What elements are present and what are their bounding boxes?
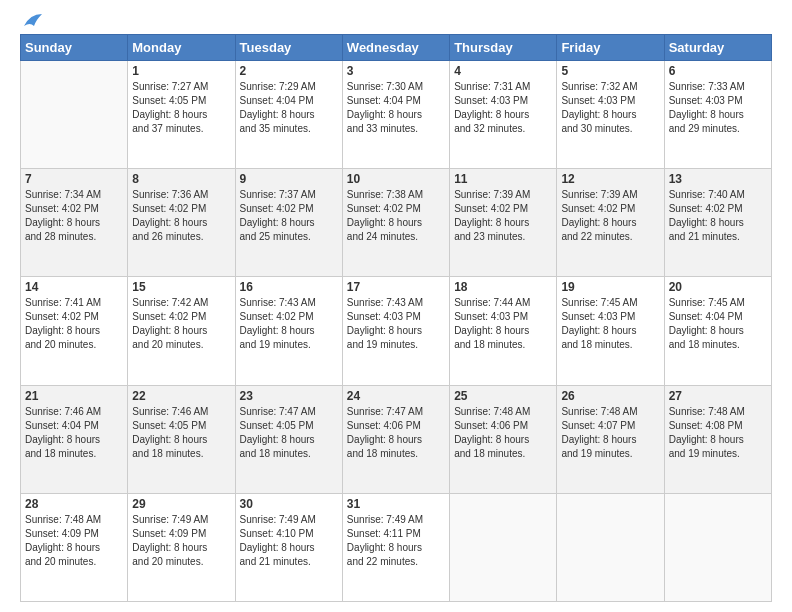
day-number: 13 (669, 172, 767, 186)
day-number: 22 (132, 389, 230, 403)
calendar-cell: 1Sunrise: 7:27 AMSunset: 4:05 PMDaylight… (128, 61, 235, 169)
day-info: Sunrise: 7:48 AMSunset: 4:09 PMDaylight:… (25, 513, 123, 569)
day-number: 30 (240, 497, 338, 511)
calendar-cell: 20Sunrise: 7:45 AMSunset: 4:04 PMDayligh… (664, 277, 771, 385)
calendar-cell: 11Sunrise: 7:39 AMSunset: 4:02 PMDayligh… (450, 169, 557, 277)
day-info: Sunrise: 7:30 AMSunset: 4:04 PMDaylight:… (347, 80, 445, 136)
day-number: 27 (669, 389, 767, 403)
day-number: 19 (561, 280, 659, 294)
calendar-cell: 8Sunrise: 7:36 AMSunset: 4:02 PMDaylight… (128, 169, 235, 277)
day-info: Sunrise: 7:32 AMSunset: 4:03 PMDaylight:… (561, 80, 659, 136)
calendar-cell (664, 493, 771, 601)
day-number: 20 (669, 280, 767, 294)
calendar-cell: 7Sunrise: 7:34 AMSunset: 4:02 PMDaylight… (21, 169, 128, 277)
logo (20, 16, 44, 24)
day-info: Sunrise: 7:48 AMSunset: 4:07 PMDaylight:… (561, 405, 659, 461)
day-info: Sunrise: 7:48 AMSunset: 4:06 PMDaylight:… (454, 405, 552, 461)
calendar-cell: 18Sunrise: 7:44 AMSunset: 4:03 PMDayligh… (450, 277, 557, 385)
calendar-week-row: 14Sunrise: 7:41 AMSunset: 4:02 PMDayligh… (21, 277, 772, 385)
calendar-cell: 22Sunrise: 7:46 AMSunset: 4:05 PMDayligh… (128, 385, 235, 493)
page: Sunday Monday Tuesday Wednesday Thursday… (0, 0, 792, 612)
day-number: 5 (561, 64, 659, 78)
day-number: 24 (347, 389, 445, 403)
calendar-cell: 17Sunrise: 7:43 AMSunset: 4:03 PMDayligh… (342, 277, 449, 385)
header-sunday: Sunday (21, 35, 128, 61)
calendar-cell: 6Sunrise: 7:33 AMSunset: 4:03 PMDaylight… (664, 61, 771, 169)
day-number: 28 (25, 497, 123, 511)
calendar-cell: 28Sunrise: 7:48 AMSunset: 4:09 PMDayligh… (21, 493, 128, 601)
day-info: Sunrise: 7:38 AMSunset: 4:02 PMDaylight:… (347, 188, 445, 244)
calendar-cell (557, 493, 664, 601)
calendar-cell: 21Sunrise: 7:46 AMSunset: 4:04 PMDayligh… (21, 385, 128, 493)
calendar-cell: 30Sunrise: 7:49 AMSunset: 4:10 PMDayligh… (235, 493, 342, 601)
day-info: Sunrise: 7:39 AMSunset: 4:02 PMDaylight:… (561, 188, 659, 244)
day-info: Sunrise: 7:36 AMSunset: 4:02 PMDaylight:… (132, 188, 230, 244)
day-info: Sunrise: 7:27 AMSunset: 4:05 PMDaylight:… (132, 80, 230, 136)
day-number: 31 (347, 497, 445, 511)
day-number: 8 (132, 172, 230, 186)
day-info: Sunrise: 7:41 AMSunset: 4:02 PMDaylight:… (25, 296, 123, 352)
calendar-cell (450, 493, 557, 601)
calendar-week-row: 28Sunrise: 7:48 AMSunset: 4:09 PMDayligh… (21, 493, 772, 601)
calendar-cell: 10Sunrise: 7:38 AMSunset: 4:02 PMDayligh… (342, 169, 449, 277)
day-info: Sunrise: 7:42 AMSunset: 4:02 PMDaylight:… (132, 296, 230, 352)
day-info: Sunrise: 7:45 AMSunset: 4:04 PMDaylight:… (669, 296, 767, 352)
calendar-week-row: 21Sunrise: 7:46 AMSunset: 4:04 PMDayligh… (21, 385, 772, 493)
day-number: 29 (132, 497, 230, 511)
calendar-week-row: 1Sunrise: 7:27 AMSunset: 4:05 PMDaylight… (21, 61, 772, 169)
calendar-cell: 27Sunrise: 7:48 AMSunset: 4:08 PMDayligh… (664, 385, 771, 493)
day-number: 14 (25, 280, 123, 294)
header (20, 16, 772, 24)
day-info: Sunrise: 7:39 AMSunset: 4:02 PMDaylight:… (454, 188, 552, 244)
calendar-cell: 2Sunrise: 7:29 AMSunset: 4:04 PMDaylight… (235, 61, 342, 169)
day-info: Sunrise: 7:49 AMSunset: 4:10 PMDaylight:… (240, 513, 338, 569)
day-number: 4 (454, 64, 552, 78)
day-number: 16 (240, 280, 338, 294)
header-tuesday: Tuesday (235, 35, 342, 61)
header-thursday: Thursday (450, 35, 557, 61)
day-number: 15 (132, 280, 230, 294)
calendar-week-row: 7Sunrise: 7:34 AMSunset: 4:02 PMDaylight… (21, 169, 772, 277)
calendar-cell: 19Sunrise: 7:45 AMSunset: 4:03 PMDayligh… (557, 277, 664, 385)
day-info: Sunrise: 7:40 AMSunset: 4:02 PMDaylight:… (669, 188, 767, 244)
day-info: Sunrise: 7:45 AMSunset: 4:03 PMDaylight:… (561, 296, 659, 352)
day-number: 12 (561, 172, 659, 186)
day-info: Sunrise: 7:33 AMSunset: 4:03 PMDaylight:… (669, 80, 767, 136)
day-info: Sunrise: 7:46 AMSunset: 4:05 PMDaylight:… (132, 405, 230, 461)
day-number: 10 (347, 172, 445, 186)
day-number: 26 (561, 389, 659, 403)
calendar-cell: 15Sunrise: 7:42 AMSunset: 4:02 PMDayligh… (128, 277, 235, 385)
day-info: Sunrise: 7:49 AMSunset: 4:11 PMDaylight:… (347, 513, 445, 569)
day-info: Sunrise: 7:31 AMSunset: 4:03 PMDaylight:… (454, 80, 552, 136)
calendar-cell: 9Sunrise: 7:37 AMSunset: 4:02 PMDaylight… (235, 169, 342, 277)
calendar-cell: 3Sunrise: 7:30 AMSunset: 4:04 PMDaylight… (342, 61, 449, 169)
calendar-cell: 5Sunrise: 7:32 AMSunset: 4:03 PMDaylight… (557, 61, 664, 169)
calendar-cell: 25Sunrise: 7:48 AMSunset: 4:06 PMDayligh… (450, 385, 557, 493)
day-number: 6 (669, 64, 767, 78)
day-number: 7 (25, 172, 123, 186)
day-number: 23 (240, 389, 338, 403)
day-info: Sunrise: 7:43 AMSunset: 4:03 PMDaylight:… (347, 296, 445, 352)
day-info: Sunrise: 7:48 AMSunset: 4:08 PMDaylight:… (669, 405, 767, 461)
calendar-cell: 4Sunrise: 7:31 AMSunset: 4:03 PMDaylight… (450, 61, 557, 169)
day-number: 21 (25, 389, 123, 403)
day-info: Sunrise: 7:47 AMSunset: 4:06 PMDaylight:… (347, 405, 445, 461)
day-number: 25 (454, 389, 552, 403)
calendar-cell: 23Sunrise: 7:47 AMSunset: 4:05 PMDayligh… (235, 385, 342, 493)
day-info: Sunrise: 7:46 AMSunset: 4:04 PMDaylight:… (25, 405, 123, 461)
calendar-cell: 29Sunrise: 7:49 AMSunset: 4:09 PMDayligh… (128, 493, 235, 601)
day-number: 17 (347, 280, 445, 294)
calendar-cell: 26Sunrise: 7:48 AMSunset: 4:07 PMDayligh… (557, 385, 664, 493)
day-info: Sunrise: 7:49 AMSunset: 4:09 PMDaylight:… (132, 513, 230, 569)
calendar-cell: 16Sunrise: 7:43 AMSunset: 4:02 PMDayligh… (235, 277, 342, 385)
calendar-cell: 14Sunrise: 7:41 AMSunset: 4:02 PMDayligh… (21, 277, 128, 385)
calendar-table: Sunday Monday Tuesday Wednesday Thursday… (20, 34, 772, 602)
day-info: Sunrise: 7:44 AMSunset: 4:03 PMDaylight:… (454, 296, 552, 352)
day-number: 3 (347, 64, 445, 78)
day-info: Sunrise: 7:43 AMSunset: 4:02 PMDaylight:… (240, 296, 338, 352)
calendar-cell: 13Sunrise: 7:40 AMSunset: 4:02 PMDayligh… (664, 169, 771, 277)
day-number: 18 (454, 280, 552, 294)
calendar-cell: 24Sunrise: 7:47 AMSunset: 4:06 PMDayligh… (342, 385, 449, 493)
header-saturday: Saturday (664, 35, 771, 61)
day-number: 1 (132, 64, 230, 78)
